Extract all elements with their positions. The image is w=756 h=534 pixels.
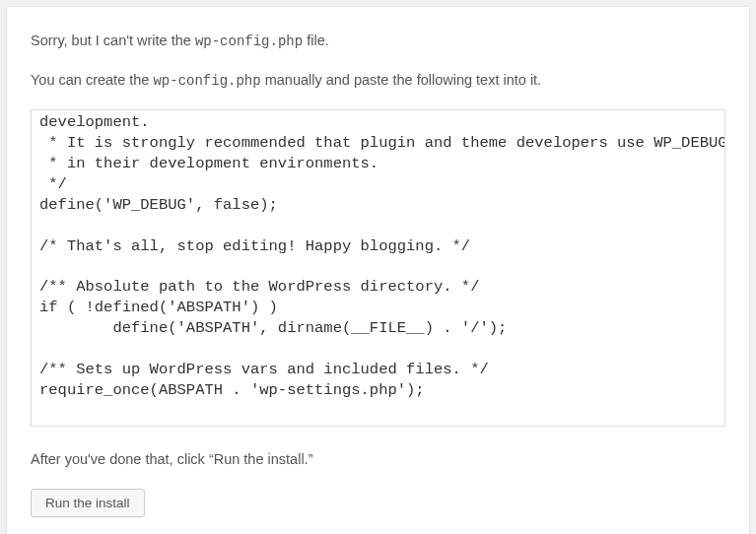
setup-panel: Sorry, but I can't write the wp-config.p… bbox=[6, 6, 750, 534]
instruction-message: You can create the wp-config.php manuall… bbox=[31, 70, 725, 92]
error-text-b: file. bbox=[303, 33, 329, 48]
error-text-a: Sorry, but I can't write the bbox=[31, 33, 195, 48]
run-install-button[interactable]: Run the install bbox=[31, 489, 145, 517]
config-filename: wp-config.php bbox=[195, 33, 303, 49]
post-instruction: After you've done that, click “Run the i… bbox=[31, 449, 725, 471]
config-code-textarea[interactable]: development. * It is strongly recommende… bbox=[31, 109, 725, 427]
error-message: Sorry, but I can't write the wp-config.p… bbox=[31, 31, 725, 52]
config-filename-2: wp-config.php bbox=[153, 73, 260, 89]
instruction-text-b: manually and paste the following text in… bbox=[261, 72, 542, 88]
instruction-text-a: You can create the bbox=[31, 72, 153, 88]
